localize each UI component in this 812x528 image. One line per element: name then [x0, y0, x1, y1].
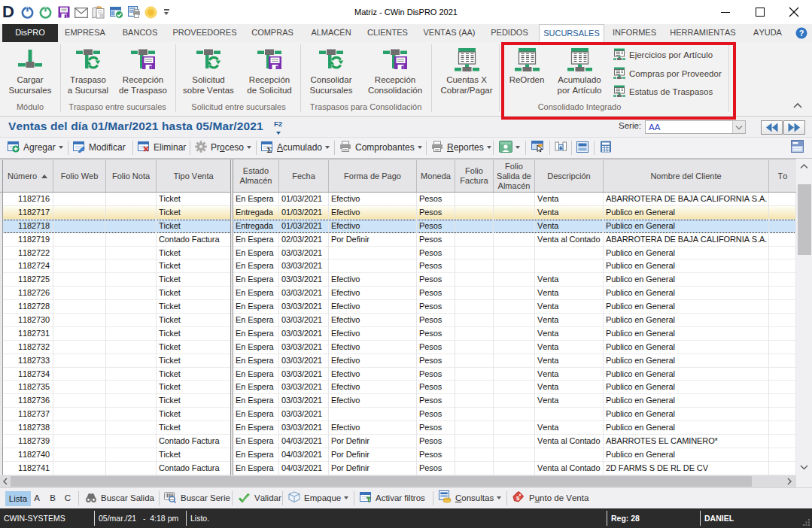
svg-text:?: ?	[799, 29, 804, 38]
svg-text:$: $	[516, 495, 520, 502]
svg-text:Σ: Σ	[267, 145, 272, 153]
